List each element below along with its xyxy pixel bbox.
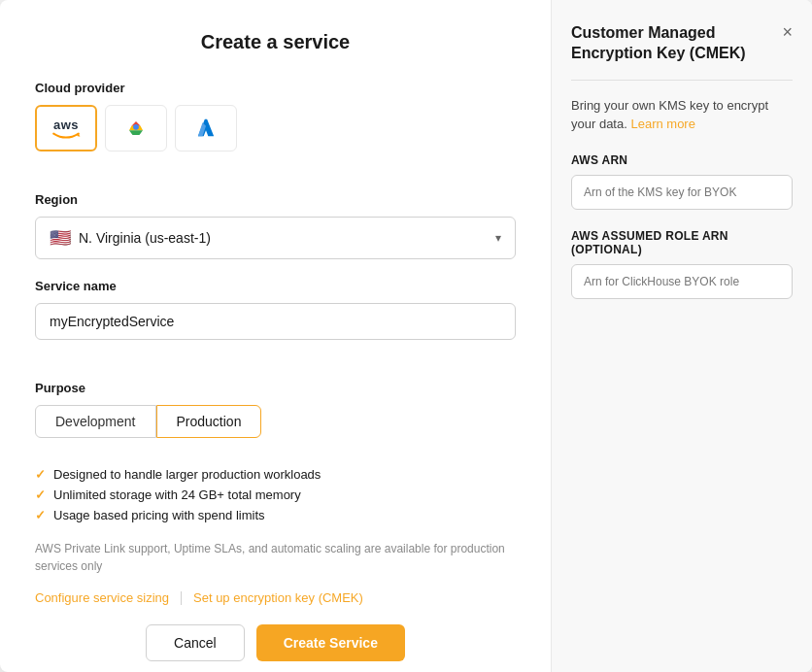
configure-sizing-link[interactable]: Configure service sizing [35,590,169,605]
feature-text-2: Usage based pricing with spend limits [53,508,265,522]
provider-btn-aws[interactable]: aws [35,105,97,151]
cancel-button[interactable]: Cancel [146,624,245,661]
assumed-role-label: AWS Assumed Role ARN (optional) [571,229,793,256]
links-row: Configure service sizing Set up encrypti… [35,590,516,605]
purpose-buttons-group: Development Production [35,405,516,438]
provider-btn-gcp[interactable] [105,105,167,151]
region-value: N. Virginia (us-east-1) [79,230,211,246]
feature-item-0: ✓ Designed to handle larger production w… [35,467,516,482]
left-panel: Create a service Cloud provider aws [0,0,552,672]
close-button[interactable]: × [782,23,793,41]
aws-logo: aws [51,118,82,140]
region-select[interactable]: 🇺🇸 N. Virginia (us-east-1) ▾ [35,217,516,259]
cmek-panel-title: Customer Managed Encryption Key (CMEK) [571,23,782,64]
right-panel: Customer Managed Encryption Key (CMEK) ×… [552,0,812,672]
feature-item-2: ✓ Usage based pricing with spend limits [35,508,516,522]
region-section: Region 🇺🇸 N. Virginia (us-east-1) ▾ [35,192,516,259]
footer-buttons: Cancel Create Service [35,624,516,661]
gcp-logo-icon [122,115,150,142]
provider-btn-azure[interactable] [175,105,237,151]
cloud-providers-group: aws [35,105,516,151]
region-left: 🇺🇸 N. Virginia (us-east-1) [50,227,211,249]
features-list: ✓ Designed to handle larger production w… [35,467,516,528]
service-name-section: Service name [35,279,516,340]
aws-arn-label: AWS ARN [571,153,793,167]
check-icon-0: ✓ [35,467,46,482]
feature-item-1: ✓ Unlimited storage with 24 GB+ total me… [35,487,516,502]
purpose-btn-development[interactable]: Development [35,405,156,438]
check-icon-1: ✓ [35,487,46,502]
region-label: Region [35,192,516,207]
right-panel-header: Customer Managed Encryption Key (CMEK) × [571,23,793,64]
svg-point-1 [133,124,139,130]
service-name-input[interactable] [35,303,516,340]
chevron-down-icon: ▾ [495,231,501,245]
link-divider [181,591,182,605]
modal-container: Create a service Cloud provider aws [0,0,812,672]
purpose-label: Purpose [35,381,516,395]
region-flag: 🇺🇸 [50,227,71,249]
purpose-btn-production[interactable]: Production [156,405,262,438]
setup-encryption-link[interactable]: Set up encryption key (CMEK) [193,590,363,605]
feature-text-0: Designed to handle larger production wor… [53,467,321,482]
assumed-role-input[interactable] [571,264,793,299]
panel-divider [571,80,793,81]
azure-logo-icon [192,115,220,142]
note-text: AWS Private Link support, Uptime SLAs, a… [35,540,516,575]
aws-text: aws [53,118,79,132]
modal-title: Create a service [35,31,516,53]
purpose-section: Purpose Development Production [35,381,516,452]
feature-text-1: Unlimited storage with 24 GB+ total memo… [53,487,301,502]
aws-smile-icon [51,132,82,140]
aws-arn-input[interactable] [571,175,793,210]
cloud-provider-section: Cloud provider aws [35,81,516,173]
cmek-description: Bring your own KMS key to encrypt your d… [571,96,793,134]
learn-more-link[interactable]: Learn more [630,117,694,131]
service-name-label: Service name [35,279,516,293]
check-icon-2: ✓ [35,508,46,522]
create-service-button[interactable]: Create Service [256,624,405,661]
cloud-provider-label: Cloud provider [35,81,516,95]
